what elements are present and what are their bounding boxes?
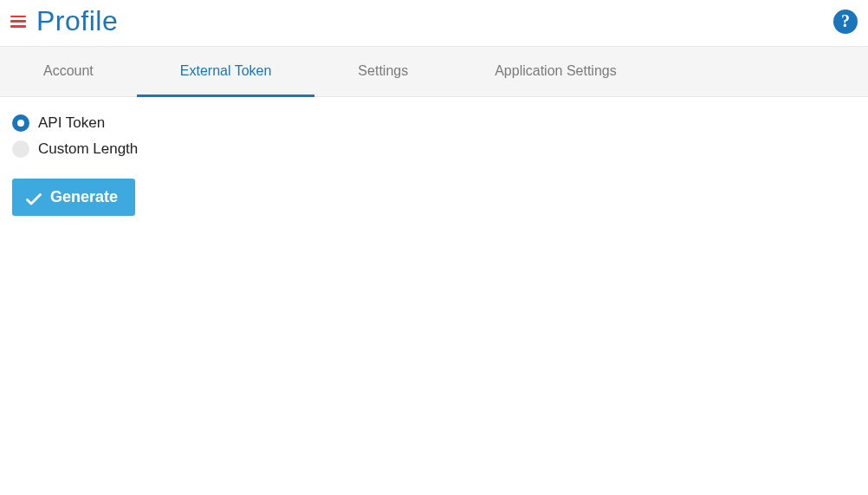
page-title: Profile (36, 5, 118, 37)
header: Profile ? (0, 0, 868, 46)
radio-icon-selected (12, 114, 29, 132)
tab-application-settings[interactable]: Application Settings (451, 48, 660, 97)
check-icon (26, 192, 42, 204)
menu-icon[interactable] (10, 14, 26, 29)
tab-account[interactable]: Account (0, 48, 137, 97)
generate-button-label: Generate (50, 188, 118, 206)
tab-bar: Account External Token Settings Applicat… (0, 46, 868, 97)
radio-label-custom-length: Custom Length (38, 140, 138, 158)
help-icon[interactable]: ? (833, 10, 858, 34)
tab-settings[interactable]: Settings (314, 48, 451, 97)
header-left: Profile (10, 5, 118, 37)
content: API Token Custom Length Generate (0, 97, 868, 233)
radio-custom-length[interactable]: Custom Length (12, 140, 856, 158)
radio-icon-unselected (12, 140, 29, 158)
radio-api-token[interactable]: API Token (12, 114, 856, 132)
generate-button[interactable]: Generate (12, 179, 135, 216)
radio-label-api-token: API Token (38, 114, 105, 132)
tab-external-token[interactable]: External Token (137, 48, 315, 97)
